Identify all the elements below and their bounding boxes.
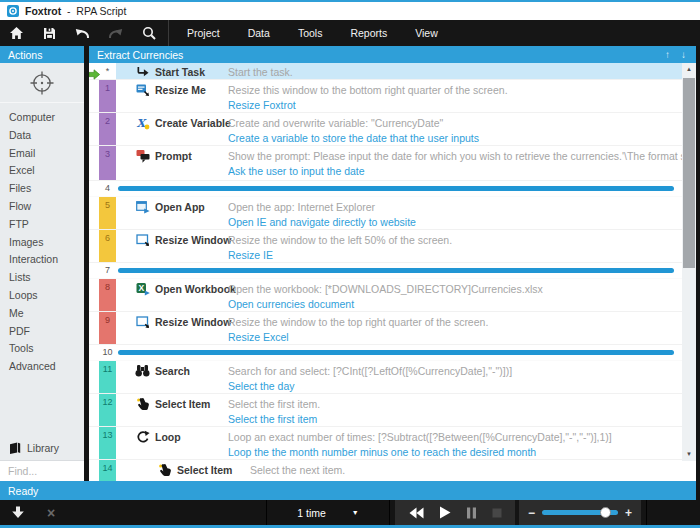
sidebar-item-computer[interactable]: Computer: [9, 109, 84, 127]
undo-button[interactable]: [66, 20, 99, 46]
find-input[interactable]: [0, 460, 84, 481]
sidebar-item-ftp[interactable]: FTP: [9, 216, 84, 234]
speed-decrease-button[interactable]: −: [528, 507, 535, 519]
current-step-pointer-icon: [89, 66, 100, 84]
scrollbar-track[interactable]: ▲ ▼: [682, 63, 696, 461]
menu-project[interactable]: Project: [173, 20, 234, 46]
sidebar-item-lists[interactable]: Lists: [9, 269, 84, 287]
action-cell: Resize Window: [116, 230, 228, 262]
script-row-create-variable[interactable]: 2 X Create Variable Create and overwrite…: [89, 113, 682, 146]
action-annotation-link[interactable]: Select the day: [228, 379, 682, 394]
select-item-hand-icon: [157, 463, 172, 477]
rewind-button[interactable]: [409, 507, 424, 519]
sidebar-item-files[interactable]: Files: [9, 180, 84, 198]
script-row-resize-window[interactable]: 9 Resize Window Resize the window to the…: [89, 312, 682, 345]
sidebar-item-flow[interactable]: Flow: [9, 198, 84, 216]
menu-bar: Project Data Tools Reports View: [168, 20, 452, 46]
crosshair-target-icon[interactable]: [29, 70, 55, 96]
scroll-down-icon[interactable]: ▼: [682, 450, 696, 458]
search-button[interactable]: [132, 20, 165, 46]
script-divider-row[interactable]: 7: [89, 263, 682, 279]
sidebar-item-tools[interactable]: Tools: [9, 340, 84, 358]
row-gutter: [89, 181, 99, 196]
sidebar-item-excel[interactable]: Excel: [9, 162, 84, 180]
action-annotation-link[interactable]: Select the first item: [228, 412, 682, 427]
row-gutter: [89, 80, 99, 112]
home-button[interactable]: [0, 20, 33, 46]
action-annotation-link[interactable]: Resize Excel: [228, 330, 682, 345]
action-annotation-link[interactable]: Ask the user to input the date: [228, 164, 682, 179]
run-times-dropdown[interactable]: 1 time ▼: [267, 500, 389, 525]
action-annotation-link[interactable]: Open currencies document: [228, 297, 682, 312]
scroll-up-icon[interactable]: ▲: [682, 63, 696, 76]
description-cell: Show the prompt: Please input the date f…: [228, 146, 682, 180]
description-cell: Resize this window to the bottom right q…: [228, 80, 682, 112]
script-row-search[interactable]: 11 Search Search for and select: [?CInt(…: [89, 361, 682, 394]
sidebar-item-interaction[interactable]: Interaction: [9, 251, 84, 269]
script-rows: * Start Task Start the task.: [89, 63, 682, 481]
stop-button[interactable]: [492, 508, 502, 518]
sidebar-item-pdf[interactable]: PDF: [9, 323, 84, 341]
action-cell: X Open Workbook: [116, 279, 228, 311]
action-description: Show the prompt: Please input the date f…: [228, 148, 682, 164]
action-annotation-link[interactable]: Open IE and navigate directly to website: [228, 215, 682, 230]
action-annotation-link[interactable]: Resize Foxtrot: [228, 98, 682, 113]
save-button[interactable]: [33, 20, 66, 46]
script-row-resize-me[interactable]: 1 Resize Me Resize this window to the bo…: [89, 80, 682, 113]
action-name: Prompt: [155, 150, 192, 162]
play-button[interactable]: [439, 506, 451, 519]
description-cell: Resize the window to the top right quart…: [228, 312, 682, 344]
menu-view[interactable]: View: [401, 20, 452, 46]
sidebar-item-data[interactable]: Data: [9, 127, 84, 145]
script-row-select-item-nested[interactable]: 14 Select Item Select the next item. Sel…: [89, 460, 682, 481]
actions-sidebar-body: Computer Data Email Excel Files Flow FTP…: [0, 63, 84, 481]
script-row-open-app[interactable]: 5 Open App Open the app: Internet Explor…: [89, 197, 682, 230]
speed-slider[interactable]: [542, 510, 618, 515]
sidebar-item-email[interactable]: Email: [9, 145, 84, 163]
resize-window-icon: [135, 233, 150, 247]
row-number: 12: [99, 394, 116, 426]
sidebar-item-loops[interactable]: Loops: [9, 287, 84, 305]
script-row-start-task[interactable]: * Start Task Start the task.: [89, 63, 682, 80]
script-row-resize-window[interactable]: 6 Resize Window Resize the window to the…: [89, 230, 682, 263]
row-gutter: [89, 427, 99, 459]
library-button[interactable]: Library: [0, 439, 84, 457]
speed-slider-knob[interactable]: [600, 507, 611, 518]
close-panel-icon[interactable]: ×: [47, 506, 55, 520]
action-cell: Search: [116, 361, 228, 393]
row-gutter: [89, 279, 99, 311]
action-name: Select Item: [177, 464, 232, 476]
row-gutter: [89, 263, 99, 278]
dock-down-button[interactable]: [11, 506, 25, 519]
menu-tools[interactable]: Tools: [284, 20, 337, 46]
script-row-open-workbook[interactable]: 8 X Open Workbook Open the workbook: [*D…: [89, 279, 682, 312]
action-cell: Prompt: [116, 146, 228, 180]
action-annotation-link[interactable]: Resize IE: [228, 248, 682, 263]
speed-increase-button[interactable]: +: [625, 507, 632, 519]
open-app-icon: [135, 200, 150, 214]
sidebar-item-me[interactable]: Me: [9, 305, 84, 323]
script-row-loop[interactable]: 13 Loop Loop an exact number of times: […: [89, 427, 682, 460]
action-annotation-link[interactable]: Loop the the month number minus one to r…: [228, 445, 682, 460]
script-row-select-item[interactable]: 12 Select Item Select the first item. Se…: [89, 394, 682, 427]
action-annotation-link[interactable]: Create a variable to store the date that…: [228, 131, 682, 146]
move-up-icon[interactable]: ↑: [665, 49, 670, 60]
sidebar-item-advanced[interactable]: Advanced: [9, 358, 84, 376]
menu-data[interactable]: Data: [234, 20, 284, 46]
target-selector-area[interactable]: [0, 63, 84, 103]
pause-button[interactable]: [466, 507, 477, 519]
script-divider-row[interactable]: 10: [89, 345, 682, 361]
open-workbook-icon: X: [135, 282, 150, 296]
playback-right-spacer: [646, 500, 700, 525]
description-cell: Create and overwrite variable: "Currency…: [228, 113, 682, 145]
home-icon: [9, 26, 24, 40]
scroll-thumb[interactable]: [683, 78, 695, 268]
script-row-prompt[interactable]: 3 Prompt Show the prompt: Please input t…: [89, 146, 682, 181]
menu-reports[interactable]: Reports: [336, 20, 401, 46]
row-gutter: [89, 460, 99, 481]
redo-button[interactable]: [99, 20, 132, 46]
sidebar-item-images[interactable]: Images: [9, 234, 84, 252]
script-divider-row[interactable]: 4: [89, 181, 682, 197]
scrollbar-column: ▲ ▼: [682, 63, 696, 481]
move-down-icon[interactable]: ↓: [681, 49, 686, 60]
